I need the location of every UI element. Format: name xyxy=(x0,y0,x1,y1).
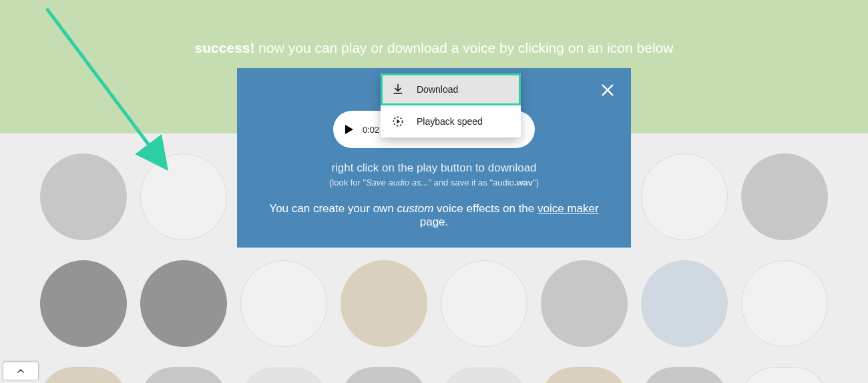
tip2-part: " and save it as "audio xyxy=(428,177,513,187)
voice-icon[interactable] xyxy=(140,367,227,383)
modal-tip-1: right click on the play button to downlo… xyxy=(257,161,611,175)
playback-speed-icon xyxy=(391,115,405,128)
voice-icon[interactable] xyxy=(441,260,527,347)
menu-item-playback-speed[interactable]: Playback speed xyxy=(381,105,521,137)
voice-icon[interactable] xyxy=(541,367,628,383)
scroll-up-button[interactable] xyxy=(3,362,39,380)
voice-icon[interactable] xyxy=(741,153,828,240)
download-icon xyxy=(391,83,405,96)
voice-icon[interactable] xyxy=(441,367,527,383)
modal-tip-3: You can create your own custom voice eff… xyxy=(257,202,611,229)
close-button[interactable] xyxy=(599,81,616,99)
voice-icon[interactable] xyxy=(641,367,728,383)
tip2-part: (look for " xyxy=(329,177,366,187)
menu-item-download[interactable]: Download xyxy=(381,73,521,105)
tip3-custom: custom xyxy=(397,202,434,215)
tip3-part: page. xyxy=(420,216,449,228)
voice-icon[interactable] xyxy=(140,153,227,240)
voice-icon[interactable] xyxy=(240,260,327,347)
audio-context-menu: Download Playback speed xyxy=(381,73,521,137)
modal-tip-2: (look for "Save audio as..." and save it… xyxy=(257,177,611,187)
banner-message: now you can play or download a voice by … xyxy=(255,40,674,55)
voice-icon[interactable] xyxy=(240,367,327,383)
tip2-ext: .wav xyxy=(514,177,533,187)
voice-icon[interactable] xyxy=(641,153,728,240)
voice-icon[interactable] xyxy=(641,260,728,347)
audio-time: 0:02 xyxy=(363,125,379,135)
voice-icon[interactable] xyxy=(40,260,127,347)
icon-row-2 xyxy=(0,260,868,347)
close-icon xyxy=(600,83,615,97)
voice-icon[interactable] xyxy=(341,367,427,383)
tip2-part: ") xyxy=(533,177,539,187)
play-icon[interactable] xyxy=(345,125,353,134)
voice-maker-link[interactable]: voice maker xyxy=(537,202,599,215)
voice-icon[interactable] xyxy=(40,367,127,383)
voice-icon[interactable] xyxy=(341,260,427,347)
voice-icon[interactable] xyxy=(541,260,628,347)
chevron-up-icon xyxy=(15,366,26,376)
voice-icon[interactable] xyxy=(140,260,227,347)
menu-item-label: Playback speed xyxy=(417,116,483,127)
icon-row-3 xyxy=(0,367,868,383)
voice-icon[interactable] xyxy=(40,153,127,240)
tip3-part: You can create your own xyxy=(269,202,397,215)
menu-item-label: Download xyxy=(417,84,458,95)
tip2-italic: Save audio as... xyxy=(366,177,428,187)
success-label: success! xyxy=(195,40,255,55)
voice-icon[interactable] xyxy=(741,367,828,383)
voice-icon[interactable] xyxy=(741,260,828,347)
tip3-part: voice effects on the xyxy=(433,202,537,215)
